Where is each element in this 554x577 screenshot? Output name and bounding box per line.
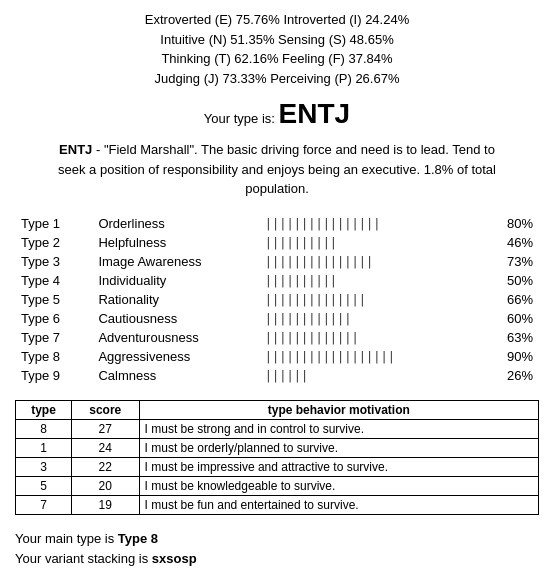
type-row-3: Type 3 Image Awareness ||||||||||||||| 7… <box>17 253 537 270</box>
footer-line1-prefix: Your main type is <box>15 531 118 546</box>
pct-col: 60% <box>482 310 537 327</box>
mot-type: 7 <box>16 495 72 514</box>
type-col: Type 7 <box>17 329 92 346</box>
stat-line-2: Intuitive (N) 51.35% Sensing (S) 48.65% <box>15 30 539 50</box>
pct-col: 73% <box>482 253 537 270</box>
type-row-8: Type 8 Aggressiveness ||||||||||||||||||… <box>17 348 537 365</box>
col-header-motivation: type behavior motivation <box>139 400 538 419</box>
bar-col: ||||||||||||| <box>261 329 480 346</box>
col-header-type: type <box>16 400 72 419</box>
pct-col: 46% <box>482 234 537 251</box>
bar-col: |||||| <box>261 367 480 384</box>
mot-text: I must be impressive and attractive to s… <box>139 457 538 476</box>
name-col: Aggressiveness <box>94 348 258 365</box>
mot-score: 22 <box>72 457 140 476</box>
type-value: ENTJ <box>279 98 351 129</box>
footer-line1-value: Type 8 <box>118 531 158 546</box>
type-col: Type 2 <box>17 234 92 251</box>
bar-col: |||||||||||||| <box>261 291 480 308</box>
types-table: Type 1 Orderliness |||||||||||||||| 80% … <box>15 213 539 386</box>
pct-col: 50% <box>482 272 537 289</box>
stats-block: Extroverted (E) 75.76% Introverted (I) 2… <box>15 10 539 88</box>
type-row-6: Type 6 Cautiousness |||||||||||| 60% <box>17 310 537 327</box>
pct-col: 63% <box>482 329 537 346</box>
type-row-4: Type 4 Individuality |||||||||| 50% <box>17 272 537 289</box>
type-col: Type 4 <box>17 272 92 289</box>
mot-text: I must be knowledgeable to survive. <box>139 476 538 495</box>
name-col: Image Awareness <box>94 253 258 270</box>
description-text: - "Field Marshall". The basic driving fo… <box>58 142 496 196</box>
type-col: Type 5 <box>17 291 92 308</box>
stat-line-4: Judging (J) 73.33% Perceiving (P) 26.67% <box>15 69 539 89</box>
your-type-label: Your type is: <box>204 111 275 126</box>
mot-type: 8 <box>16 419 72 438</box>
mot-type: 5 <box>16 476 72 495</box>
bar-col: |||||||||||| <box>261 310 480 327</box>
mot-score: 20 <box>72 476 140 495</box>
motivation-row-3: 3 22 I must be impressive and attractive… <box>16 457 539 476</box>
footer-line2-value: sxsosp <box>152 551 197 566</box>
stat-line-3: Thinking (T) 62.16% Feeling (F) 37.84% <box>15 49 539 69</box>
type-row-1: Type 1 Orderliness |||||||||||||||| 80% <box>17 215 537 232</box>
type-col: Type 8 <box>17 348 92 365</box>
name-col: Calmness <box>94 367 258 384</box>
name-col: Rationality <box>94 291 258 308</box>
type-row-5: Type 5 Rationality |||||||||||||| 66% <box>17 291 537 308</box>
name-col: Helpfulness <box>94 234 258 251</box>
mot-score: 19 <box>72 495 140 514</box>
type-col: Type 6 <box>17 310 92 327</box>
type-row-9: Type 9 Calmness |||||| 26% <box>17 367 537 384</box>
footer-line2-prefix: Your variant stacking is <box>15 551 152 566</box>
description-block: ENTJ - "Field Marshall". The basic drivi… <box>15 140 539 199</box>
motivation-row-4: 5 20 I must be knowledgeable to survive. <box>16 476 539 495</box>
footer-line-1: Your main type is Type 8 <box>15 529 539 550</box>
motivation-table: type score type behavior motivation 8 27… <box>15 400 539 515</box>
motivation-row-5: 7 19 I must be fun and entertained to su… <box>16 495 539 514</box>
pct-col: 26% <box>482 367 537 384</box>
mot-type: 1 <box>16 438 72 457</box>
type-row-2: Type 2 Helpfulness |||||||||| 46% <box>17 234 537 251</box>
footer-line-2: Your variant stacking is sxsosp <box>15 549 539 570</box>
description-type-prefix: ENTJ <box>59 142 92 157</box>
mot-text: I must be orderly/planned to survive. <box>139 438 538 457</box>
motivation-row-1: 8 27 I must be strong and in control to … <box>16 419 539 438</box>
type-row-7: Type 7 Adventurousness ||||||||||||| 63% <box>17 329 537 346</box>
stat-line-1: Extroverted (E) 75.76% Introverted (I) 2… <box>15 10 539 30</box>
your-type-section: Your type is: ENTJ <box>15 98 539 130</box>
mot-text: I must be fun and entertained to survive… <box>139 495 538 514</box>
motivation-row-2: 1 24 I must be orderly/planned to surviv… <box>16 438 539 457</box>
name-col: Orderliness <box>94 215 258 232</box>
name-col: Individuality <box>94 272 258 289</box>
name-col: Cautiousness <box>94 310 258 327</box>
type-col: Type 9 <box>17 367 92 384</box>
mot-score: 24 <box>72 438 140 457</box>
type-col: Type 1 <box>17 215 92 232</box>
bar-col: |||||||||||||||| <box>261 215 480 232</box>
bar-col: |||||||||| <box>261 272 480 289</box>
name-col: Adventurousness <box>94 329 258 346</box>
col-header-score: score <box>72 400 140 419</box>
pct-col: 90% <box>482 348 537 365</box>
bar-col: |||||||||| <box>261 234 480 251</box>
bar-col: |||||||||||||||||| <box>261 348 480 365</box>
mot-score: 27 <box>72 419 140 438</box>
type-col: Type 3 <box>17 253 92 270</box>
mot-type: 3 <box>16 457 72 476</box>
footer-block: Your main type is Type 8 Your variant st… <box>15 529 539 571</box>
pct-col: 80% <box>482 215 537 232</box>
mot-text: I must be strong and in control to survi… <box>139 419 538 438</box>
pct-col: 66% <box>482 291 537 308</box>
bar-col: ||||||||||||||| <box>261 253 480 270</box>
